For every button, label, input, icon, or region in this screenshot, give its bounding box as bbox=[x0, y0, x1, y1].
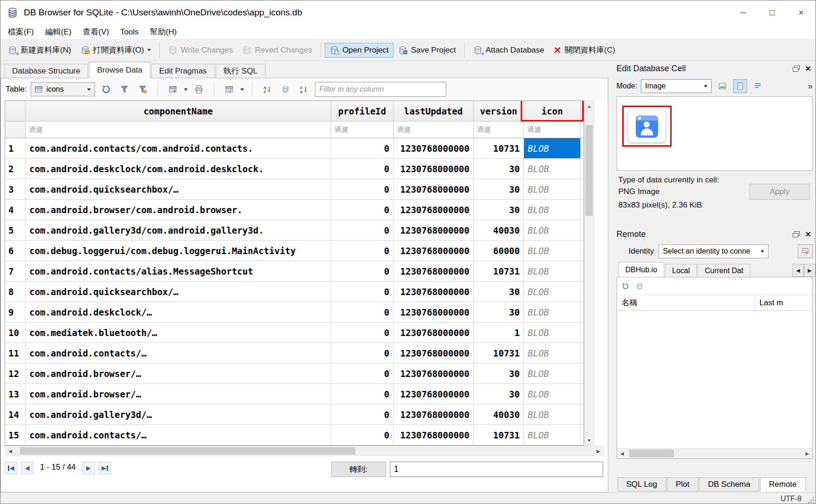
row-number-cell[interactable]: 3 bbox=[5, 179, 26, 200]
scroll-left-icon[interactable]: ◀ bbox=[617, 449, 627, 459]
dock-tab[interactable]: DB Schema bbox=[699, 477, 759, 491]
close-panel-icon[interactable]: × bbox=[805, 229, 811, 239]
cell-profileId[interactable]: 0 bbox=[331, 282, 394, 302]
column-header-partial[interactable]: ic bbox=[581, 101, 584, 121]
cell-version[interactable]: 10731 bbox=[474, 343, 524, 363]
cell-version[interactable]: 30 bbox=[474, 384, 524, 404]
table-row[interactable]: 4 com.android.browser/com.android.browse… bbox=[5, 200, 584, 220]
cell-lastUpdated[interactable]: 1230768000000 bbox=[394, 138, 474, 159]
cell-profileId[interactable]: 0 bbox=[331, 302, 394, 323]
close-panel-icon[interactable]: × bbox=[805, 64, 811, 73]
export-records-button[interactable] bbox=[279, 82, 292, 96]
cell-icon[interactable]: BLOB bbox=[524, 343, 581, 363]
remote-hscroll-track[interactable] bbox=[627, 449, 802, 458]
remote-tab[interactable]: Current Dat bbox=[698, 264, 750, 277]
cell-partial[interactable] bbox=[581, 343, 584, 363]
cell-version[interactable]: 30 bbox=[474, 200, 524, 220]
clear-filters-button[interactable] bbox=[117, 82, 131, 96]
table-row[interactable]: 3 com.android.quicksearchbox/… 0 1230768… bbox=[5, 179, 584, 200]
cell-icon[interactable]: BLOB bbox=[524, 404, 581, 425]
column-header-lastUpdated[interactable]: lastUpdated bbox=[394, 101, 474, 121]
maximize-button[interactable]: □ bbox=[758, 0, 787, 25]
hscroll-track[interactable] bbox=[15, 446, 593, 456]
new-database-button[interactable]: + 新建資料庫(N) bbox=[3, 42, 76, 58]
cell-version[interactable]: 40030 bbox=[474, 404, 524, 425]
table-row[interactable]: 8 com.android.quicksearchbox/… 0 1230768… bbox=[5, 282, 584, 302]
cell-version[interactable]: 30 bbox=[474, 363, 524, 384]
cell-profileId[interactable]: 0 bbox=[331, 220, 394, 241]
dock-tab[interactable]: Plot bbox=[667, 477, 698, 491]
cell-componentName[interactable]: com.android.browser/… bbox=[26, 384, 331, 404]
cell-version[interactable]: 60000 bbox=[474, 241, 524, 261]
cell-componentName[interactable]: com.android.contacts/… bbox=[26, 425, 331, 445]
filter-icon[interactable]: 過濾 bbox=[524, 121, 581, 138]
cell-componentName[interactable]: com.android.contacts/… bbox=[26, 343, 331, 363]
main-tab[interactable]: Browse Data bbox=[89, 62, 150, 78]
row-number-cell[interactable]: 11 bbox=[5, 343, 26, 363]
cell-version[interactable]: 30 bbox=[474, 179, 524, 200]
remote-clone-button[interactable] bbox=[636, 282, 643, 290]
column-header-icon[interactable]: icon bbox=[524, 101, 581, 121]
cell-lastUpdated[interactable]: 1230768000000 bbox=[394, 404, 474, 425]
identity-settings-button[interactable] bbox=[798, 244, 813, 258]
cell-lastUpdated[interactable]: 1230768000000 bbox=[394, 302, 474, 323]
remote-list-header-name[interactable]: 名稱 bbox=[617, 295, 755, 310]
save-filter-button[interactable] bbox=[136, 82, 150, 96]
row-number-cell[interactable]: 5 bbox=[5, 220, 26, 241]
table-row[interactable]: 11 com.android.contacts/… 0 123076800000… bbox=[5, 343, 584, 363]
cell-componentName[interactable]: com.android.quicksearchbox/… bbox=[26, 282, 331, 302]
cell-icon[interactable]: BLOB bbox=[524, 159, 581, 179]
cell-version[interactable]: 1 bbox=[474, 323, 524, 343]
resize-grip[interactable] bbox=[809, 497, 814, 503]
cell-lastUpdated[interactable]: 1230768000000 bbox=[394, 425, 474, 445]
dock-tab[interactable]: Remote bbox=[760, 477, 806, 491]
cell-componentName[interactable]: com.android.contacts/alias.MessageShortc… bbox=[26, 261, 331, 282]
identity-select[interactable]: Select an identity to conne bbox=[659, 244, 768, 258]
filter-lastUpdated[interactable]: 過濾 bbox=[394, 121, 474, 138]
remote-tab[interactable]: DBHub.io bbox=[619, 262, 664, 277]
menu-item[interactable]: Tools bbox=[115, 26, 144, 39]
close-button[interactable]: × bbox=[787, 0, 816, 25]
row-number-cell[interactable]: 13 bbox=[5, 384, 26, 404]
encoding-label[interactable]: UTF-8 bbox=[781, 495, 802, 503]
remote-refresh-button[interactable] bbox=[622, 282, 629, 290]
cell-icon[interactable]: BLOB bbox=[524, 200, 581, 220]
cell-icon[interactable]: BLOB bbox=[524, 179, 581, 200]
tab-scroll-left-icon[interactable]: ◀ bbox=[792, 264, 804, 277]
main-tab[interactable]: Edit Pragmas bbox=[151, 64, 215, 78]
grid-vertical-scrollbar[interactable]: ▲ ▼ bbox=[584, 101, 594, 446]
cell-lastUpdated[interactable]: 1230768000000 bbox=[394, 200, 474, 220]
cell-partial[interactable] bbox=[581, 302, 584, 323]
open-project-button[interactable]: Open Project bbox=[325, 43, 394, 58]
filter-version[interactable]: 過濾 bbox=[474, 121, 524, 138]
filter-componentName[interactable]: 過濾 bbox=[26, 121, 331, 138]
table-row[interactable]: 10 com.mediatek.bluetooth/… 0 1230768000… bbox=[5, 323, 584, 343]
prev-page-button[interactable]: ◀ bbox=[21, 462, 34, 474]
cell-componentName[interactable]: com.android.contacts/com.android.contact… bbox=[26, 138, 331, 159]
dock-tab[interactable]: SQL Log bbox=[618, 477, 666, 491]
cell-partial[interactable] bbox=[581, 404, 584, 425]
row-number-cell[interactable]: 8 bbox=[5, 282, 26, 302]
cell-componentName[interactable]: com.debug.loggerui/com.debug.loggerui.Ma… bbox=[26, 241, 331, 261]
apply-button[interactable]: Apply bbox=[749, 184, 810, 200]
cell-version[interactable]: 10731 bbox=[474, 138, 524, 159]
column-header-profileId[interactable]: profileId bbox=[331, 101, 394, 121]
cell-partial[interactable] bbox=[581, 159, 584, 179]
cell-version[interactable]: 40030 bbox=[474, 220, 524, 241]
table-select[interactable]: icons bbox=[31, 82, 95, 96]
save-project-button[interactable]: Save Project bbox=[394, 43, 460, 57]
new-record-dropdown-icon[interactable] bbox=[184, 88, 188, 91]
table-row[interactable]: 13 com.android.browser/… 0 1230768000000… bbox=[5, 384, 584, 404]
table-row[interactable]: 14 com.android.gallery3d/… 0 12307680000… bbox=[5, 404, 584, 425]
next-page-button[interactable]: ▶ bbox=[82, 462, 95, 474]
cell-componentName[interactable]: com.android.gallery3d/com.android.galler… bbox=[26, 220, 331, 241]
sort-desc-button[interactable]: ZA bbox=[297, 82, 311, 96]
cell-componentName[interactable]: com.android.browser/com.android.browser. bbox=[26, 200, 331, 220]
table-row[interactable]: 12 com.android.browser/… 0 1230768000000… bbox=[5, 363, 584, 384]
cell-componentName[interactable]: com.android.gallery3d/… bbox=[26, 404, 331, 425]
cell-icon[interactable]: BLOB bbox=[524, 302, 581, 323]
filter-partial[interactable]: 過濾 bbox=[581, 121, 584, 138]
cell-lastUpdated[interactable]: 1230768000000 bbox=[394, 261, 474, 282]
cell-partial[interactable] bbox=[581, 241, 584, 261]
hscroll-thumb[interactable] bbox=[20, 447, 355, 455]
